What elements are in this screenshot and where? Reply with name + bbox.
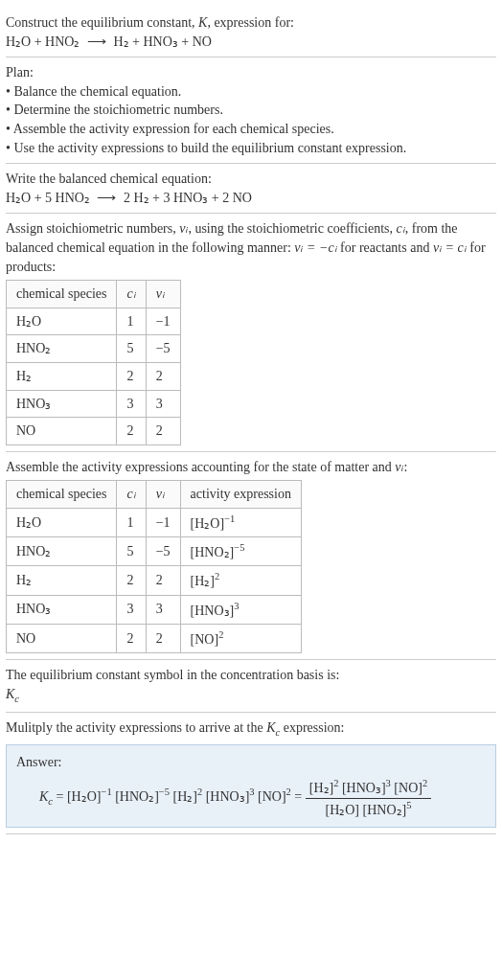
cell-activity: [NO]2 xyxy=(180,624,301,652)
cell-ci: 2 xyxy=(117,566,146,595)
intro-eq-rhs: H₂ + HNO₃ + NO xyxy=(113,34,211,49)
arrow-icon: ⟶ xyxy=(97,189,116,208)
table-header-row: chemical species cᵢ νᵢ xyxy=(7,281,181,308)
stoich-rel2: νᵢ = cᵢ xyxy=(433,240,467,255)
cell-vi: 2 xyxy=(146,362,180,390)
final-title: Mulitply the activity expressions to arr… xyxy=(6,718,496,740)
cell-ci: 1 xyxy=(117,508,146,536)
cell-ci: 5 xyxy=(117,335,146,363)
stoich-t4: for reactants and xyxy=(337,240,433,255)
table-row: HNO₃33[HNO₃]3 xyxy=(7,595,302,624)
exp: 3 xyxy=(386,778,391,788)
cell-ci: 2 xyxy=(117,362,146,390)
fraction: [H₂]2 [HNO₃]3 [NO]2[H₂O] [HNO₂]5 xyxy=(306,777,431,819)
act-exp: 3 xyxy=(234,601,239,611)
exp: 2 xyxy=(333,778,338,788)
act-base: [HNO₂] xyxy=(191,545,235,559)
cell-vi: 3 xyxy=(146,390,180,418)
cell-vi: 2 xyxy=(146,566,180,595)
cell-vi: −1 xyxy=(146,508,180,536)
cell-vi: −1 xyxy=(146,308,180,335)
cell-activity: [HNO₃]3 xyxy=(180,595,301,624)
plan-section: Plan: • Balance the chemical equation. •… xyxy=(6,57,496,164)
plan-bullet-1: • Balance the chemical equation. xyxy=(6,82,496,102)
plan-title: Plan: xyxy=(6,63,496,82)
intro-section: Construct the equilibrium constant, K, e… xyxy=(6,8,496,57)
act-exp: 2 xyxy=(215,571,219,581)
stoich-rel1: νᵢ = −cᵢ xyxy=(294,240,336,255)
stoich-t2: , using the stoichiometric coefficients, xyxy=(188,221,396,236)
term: [HNO₂] xyxy=(363,802,407,816)
stoich-text: Assign stoichiometric numbers, νᵢ, using… xyxy=(6,219,496,276)
activity-t2: : xyxy=(404,460,408,474)
intro-line1: Construct the equilibrium constant, xyxy=(6,15,198,30)
term: [H₂] xyxy=(172,789,196,804)
activity-section: Assemble the activity expressions accoun… xyxy=(6,452,496,660)
cell-ci: 1 xyxy=(117,308,146,335)
term: [H₂O] xyxy=(67,789,102,804)
term: [HNO₃] xyxy=(206,789,250,804)
plan-bullet-2: • Determine the stoichiometric numbers. xyxy=(6,101,496,120)
denominator: [H₂O] [HNO₂]5 xyxy=(306,799,431,819)
activity-title: Assemble the activity expressions accoun… xyxy=(6,458,496,477)
cell-species: HNO₂ xyxy=(7,537,117,566)
cell-species: HNO₃ xyxy=(7,595,117,624)
exp: 2 xyxy=(422,778,427,788)
cell-vi: −5 xyxy=(146,335,180,363)
cell-species: NO xyxy=(7,418,117,445)
equals: = xyxy=(291,789,306,804)
plan-bullet-3: • Assemble the activity expression for e… xyxy=(6,120,496,139)
table-row: H₂22 xyxy=(7,362,181,390)
table-row: HNO₂5−5 xyxy=(7,335,181,363)
balanced-section: Write the balanced chemical equation: H₂… xyxy=(6,164,496,214)
cell-activity: [H₂]2 xyxy=(180,566,301,595)
cell-ci: 3 xyxy=(117,595,146,624)
term: [NO] xyxy=(394,781,422,795)
symbol-kc: Kc xyxy=(6,685,496,706)
cell-vi: −5 xyxy=(146,537,180,566)
col-species: chemical species xyxy=(7,281,117,308)
term: [H₂] xyxy=(309,781,333,795)
kc-k: K xyxy=(39,789,48,804)
table-row: H₂O1−1[H₂O]−1 xyxy=(7,508,302,536)
final-t2: expression: xyxy=(280,720,344,735)
act-base: [NO] xyxy=(191,632,219,647)
symbol-section: The equilibrium constant symbol in the c… xyxy=(6,660,496,713)
balanced-rhs: 2 H₂ + 3 HNO₃ + 2 NO xyxy=(124,191,252,205)
arrow-icon: ⟶ xyxy=(87,33,106,52)
table-row: NO22[NO]2 xyxy=(7,624,302,652)
act-base: [H₂] xyxy=(191,574,215,588)
table-row: HNO₃33 xyxy=(7,390,181,418)
kc-expression: Kc = [H₂O]−1 [HNO₂]−5 [H₂]2 [HNO₃]3 [NO]… xyxy=(16,777,486,819)
activity-t1: Assemble the activity expressions accoun… xyxy=(6,460,395,474)
numerator: [H₂]2 [HNO₃]3 [NO]2 xyxy=(306,777,431,798)
activity-vi: νᵢ xyxy=(395,460,403,474)
exp: −5 xyxy=(159,787,170,798)
table-row: H₂22[H₂]2 xyxy=(7,566,302,595)
cell-vi: 3 xyxy=(146,595,180,624)
table-header-row: chemical species cᵢ νᵢ activity expressi… xyxy=(7,481,302,509)
final-section: Mulitply the activity expressions to arr… xyxy=(6,713,496,834)
stoich-table: chemical species cᵢ νᵢ H₂O1−1 HNO₂5−5 H₂… xyxy=(6,280,181,445)
exp: −1 xyxy=(101,787,111,798)
col-activity: activity expression xyxy=(180,481,301,509)
table-row: NO22 xyxy=(7,418,181,445)
term: [H₂O] xyxy=(325,802,359,816)
stoich-t1: Assign stoichiometric numbers, xyxy=(6,221,179,236)
col-vi: νᵢ xyxy=(146,281,180,308)
intro-equation: H₂O + HNO₂ ⟶ H₂ + HNO₃ + NO xyxy=(6,33,496,52)
stoich-section: Assign stoichiometric numbers, νᵢ, using… xyxy=(6,214,496,451)
cell-species: NO xyxy=(7,624,117,652)
act-exp: −5 xyxy=(234,542,244,553)
equals: = xyxy=(53,789,67,804)
symbol-text: The equilibrium constant symbol in the c… xyxy=(6,666,496,685)
exp: 2 xyxy=(197,787,202,798)
cell-species: H₂ xyxy=(7,362,117,390)
cell-species: HNO₂ xyxy=(7,335,117,363)
balanced-title: Write the balanced chemical equation: xyxy=(6,170,496,189)
balanced-lhs: H₂O + 5 HNO₂ xyxy=(6,191,90,205)
exp: 3 xyxy=(249,787,254,798)
cell-ci: 2 xyxy=(117,418,146,445)
col-ci: cᵢ xyxy=(117,281,146,308)
cell-activity: [H₂O]−1 xyxy=(180,508,301,536)
